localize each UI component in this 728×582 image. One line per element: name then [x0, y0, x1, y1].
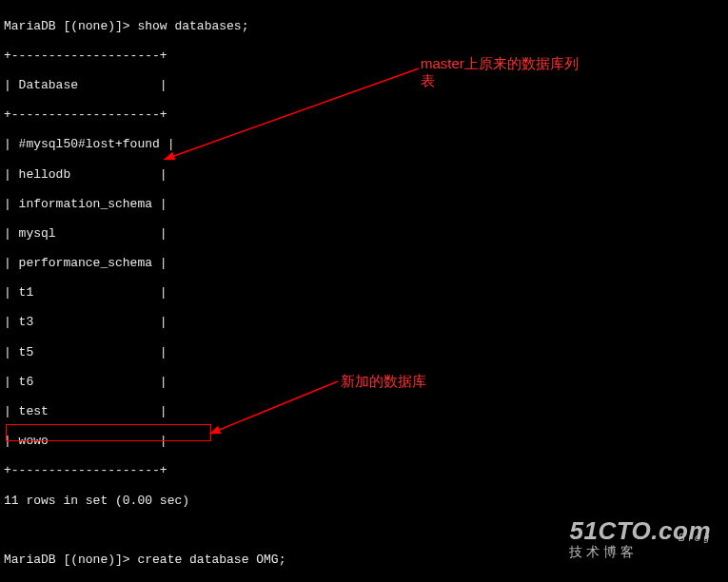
- db-row: | t6 |: [4, 375, 285, 390]
- command-create: create database OMG;: [137, 553, 285, 567]
- prompt: MariaDB [(none)]>: [4, 19, 137, 33]
- command-show-1: show databases;: [137, 19, 248, 33]
- terminal-output: MariaDB [(none)]> show databases; +-----…: [4, 4, 285, 582]
- annotation-text: 新加的数据库: [341, 373, 426, 389]
- prompt: MariaDB [(none)]>: [4, 553, 137, 567]
- table-divider: +--------------------+: [4, 48, 285, 64]
- table-header: | Database |: [4, 78, 285, 93]
- table-divider: +--------------------+: [4, 463, 285, 478]
- annotation-master-list: master上原来的数据库列 表: [421, 55, 579, 89]
- table-divider: +--------------------+: [4, 107, 285, 123]
- db-row: | wowo |: [4, 434, 285, 449]
- db-row: | #mysql50#lost+found |: [4, 137, 285, 152]
- annotation-text: 表: [421, 72, 435, 88]
- db-row: | t1 |: [4, 285, 285, 301]
- db-row: | hellodb |: [4, 167, 285, 183]
- db-row: | mysql |: [4, 226, 285, 242]
- watermark: 51CTO.com 技术博客 Blog: [569, 516, 711, 561]
- db-row: | performance_schema |: [4, 256, 285, 271]
- annotation-text: master上原来的数据库列: [421, 55, 579, 71]
- result-rows: 11 rows in set (0.00 sec): [4, 494, 285, 509]
- db-row: | t3 |: [4, 315, 285, 330]
- db-row: | t5 |: [4, 345, 285, 360]
- db-row: | information_schema |: [4, 197, 285, 212]
- db-row: | test |: [4, 404, 285, 419]
- watermark-bottom: 技术博客: [569, 544, 638, 559]
- annotation-new-db: 新加的数据库: [341, 373, 426, 390]
- watermark-top: 51CTO.com: [569, 516, 711, 546]
